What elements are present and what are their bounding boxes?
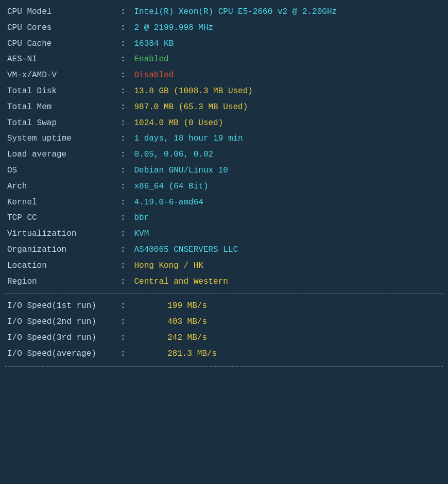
table-row: OS:Debian GNU/Linux 10 xyxy=(5,163,443,179)
row-value: 16384 KB xyxy=(132,36,443,52)
row-label: I/O Speed(average) xyxy=(5,346,118,362)
system-info-table: CPU Model:Intel(R) Xeon(R) CPU E5-2660 v… xyxy=(5,4,443,289)
table-row: Load average:0.05, 0.06, 0.02 xyxy=(5,147,443,163)
table-row: I/O Speed(3rd run):242 MB/s xyxy=(5,330,443,346)
row-colon: : xyxy=(118,51,132,67)
row-colon: : xyxy=(118,163,132,179)
row-value: 2 @ 2199.998 MHz xyxy=(132,20,443,36)
table-row: I/O Speed(1st run):199 MB/s xyxy=(5,298,443,314)
row-colon: : xyxy=(118,258,132,274)
table-row: Kernel:4.19.0-6-amd64 xyxy=(5,195,443,211)
row-label: Kernel xyxy=(5,195,118,211)
row-colon: : xyxy=(118,83,132,99)
row-colon: : xyxy=(118,99,132,115)
row-label: Region xyxy=(5,274,118,290)
divider-2 xyxy=(5,366,443,367)
row-colon: : xyxy=(118,67,132,83)
row-colon: : xyxy=(118,274,132,290)
row-label: TCP CC xyxy=(5,210,118,226)
row-value: 0.05, 0.06, 0.02 xyxy=(132,147,443,163)
row-value: Enabled xyxy=(132,51,443,67)
row-value: 281.3 MB/s xyxy=(165,346,443,362)
row-colon: : xyxy=(118,131,132,147)
row-value: 4.19.0-6-amd64 xyxy=(132,195,443,211)
row-label: CPU Model xyxy=(5,4,118,20)
row-label: Total Disk xyxy=(5,83,118,99)
row-value: Debian GNU/Linux 10 xyxy=(132,163,443,179)
row-label: CPU Cores xyxy=(5,20,118,36)
row-label: I/O Speed(2nd run) xyxy=(5,314,118,330)
row-value: 13.8 GB (1008.3 MB Used) xyxy=(132,83,443,99)
row-value: Disabled xyxy=(132,67,443,83)
row-label: VM-x/AMD-V xyxy=(5,67,118,83)
row-label: AES-NI xyxy=(5,51,118,67)
row-value: 403 MB/s xyxy=(165,314,443,330)
table-row: CPU Cache:16384 KB xyxy=(5,36,443,52)
table-row: I/O Speed(average):281.3 MB/s xyxy=(5,346,443,362)
row-colon: : xyxy=(118,314,165,330)
row-label: OS xyxy=(5,163,118,179)
row-label: I/O Speed(1st run) xyxy=(5,298,118,314)
row-value: bbr xyxy=(132,210,443,226)
table-row: Region:Central and Western xyxy=(5,274,443,290)
row-colon: : xyxy=(118,242,132,258)
row-label: System uptime xyxy=(5,131,118,147)
table-row: VM-x/AMD-V:Disabled xyxy=(5,67,443,83)
row-value: Hong Kong / HK xyxy=(132,258,443,274)
main-container: CPU Model:Intel(R) Xeon(R) CPU E5-2660 v… xyxy=(5,4,443,367)
row-colon: : xyxy=(118,36,132,52)
row-colon: : xyxy=(118,226,132,242)
row-label: Virtualization xyxy=(5,226,118,242)
row-colon: : xyxy=(118,330,165,346)
table-row: Total Disk:13.8 GB (1008.3 MB Used) xyxy=(5,83,443,99)
row-value: AS40065 CNSERVERS LLC xyxy=(132,242,443,258)
divider-1 xyxy=(5,293,443,294)
row-colon: : xyxy=(118,210,132,226)
row-label: Arch xyxy=(5,179,118,195)
row-label: Organization xyxy=(5,242,118,258)
io-info-table: I/O Speed(1st run):199 MB/sI/O Speed(2nd… xyxy=(5,298,443,361)
row-label: Load average xyxy=(5,147,118,163)
table-row: TCP CC:bbr xyxy=(5,210,443,226)
table-row: Virtualization:KVM xyxy=(5,226,443,242)
row-value: 199 MB/s xyxy=(165,298,443,314)
row-label: Location xyxy=(5,258,118,274)
table-row: Total Swap:1024.0 MB (0 Used) xyxy=(5,115,443,131)
table-row: CPU Cores:2 @ 2199.998 MHz xyxy=(5,20,443,36)
table-row: Location:Hong Kong / HK xyxy=(5,258,443,274)
table-row: Arch:x86_64 (64 Bit) xyxy=(5,179,443,195)
table-row: System uptime:1 days, 18 hour 19 min xyxy=(5,131,443,147)
row-colon: : xyxy=(118,195,132,211)
row-value: 987.0 MB (65.3 MB Used) xyxy=(132,99,443,115)
row-value: 1 days, 18 hour 19 min xyxy=(132,131,443,147)
table-row: Total Mem:987.0 MB (65.3 MB Used) xyxy=(5,99,443,115)
row-label: Total Swap xyxy=(5,115,118,131)
row-colon: : xyxy=(118,4,132,20)
table-row: CPU Model:Intel(R) Xeon(R) CPU E5-2660 v… xyxy=(5,4,443,20)
row-colon: : xyxy=(118,147,132,163)
table-row: AES-NI:Enabled xyxy=(5,51,443,67)
row-value: Central and Western xyxy=(132,274,443,290)
row-label: CPU Cache xyxy=(5,36,118,52)
row-label: Total Mem xyxy=(5,99,118,115)
row-colon: : xyxy=(118,115,132,131)
table-row: I/O Speed(2nd run):403 MB/s xyxy=(5,314,443,330)
row-colon: : xyxy=(118,20,132,36)
table-row: Organization:AS40065 CNSERVERS LLC xyxy=(5,242,443,258)
row-label: I/O Speed(3rd run) xyxy=(5,330,118,346)
row-value: x86_64 (64 Bit) xyxy=(132,179,443,195)
row-colon: : xyxy=(118,298,165,314)
row-value: Intel(R) Xeon(R) CPU E5-2660 v2 @ 2.20GH… xyxy=(132,4,443,20)
row-value: KVM xyxy=(132,226,443,242)
row-colon: : xyxy=(118,179,132,195)
row-value: 242 MB/s xyxy=(165,330,443,346)
row-colon: : xyxy=(118,346,165,362)
row-value: 1024.0 MB (0 Used) xyxy=(132,115,443,131)
